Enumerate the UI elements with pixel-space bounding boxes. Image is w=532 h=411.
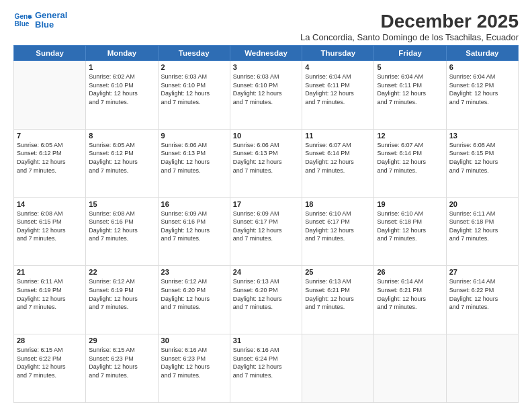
day-info: Sunrise: 6:13 AM Sunset: 6:21 PM Dayligh… <box>305 277 371 311</box>
day-number: 9 <box>161 132 227 140</box>
day-number: 22 <box>89 268 154 276</box>
day-info: Sunrise: 6:04 AM Sunset: 6:11 PM Dayligh… <box>377 73 443 106</box>
day-number: 14 <box>17 200 83 208</box>
day-info: Sunrise: 6:03 AM Sunset: 6:10 PM Dayligh… <box>161 73 227 106</box>
day-number: 26 <box>377 268 443 276</box>
day-number: 24 <box>233 268 299 276</box>
day-info: Sunrise: 6:06 AM Sunset: 6:13 PM Dayligh… <box>161 141 227 175</box>
day-info: Sunrise: 6:09 AM Sunset: 6:17 PM Dayligh… <box>233 210 299 243</box>
day-header-tuesday: Tuesday <box>158 46 230 61</box>
day-number: 23 <box>161 268 227 276</box>
calendar-cell: 10Sunrise: 6:06 AM Sunset: 6:13 PM Dayli… <box>230 129 302 197</box>
day-header-friday: Friday <box>374 46 446 61</box>
day-info: Sunrise: 6:04 AM Sunset: 6:12 PM Dayligh… <box>449 73 515 106</box>
calendar-cell: 20Sunrise: 6:11 AM Sunset: 6:18 PM Dayli… <box>446 197 518 266</box>
calendar-cell: 1Sunrise: 6:02 AM Sunset: 6:10 PM Daylig… <box>86 61 158 130</box>
day-number: 6 <box>449 63 515 71</box>
day-header-saturday: Saturday <box>446 46 518 61</box>
calendar-week-row: 28Sunrise: 6:15 AM Sunset: 6:22 PM Dayli… <box>14 334 519 403</box>
day-header-wednesday: Wednesday <box>230 46 302 61</box>
calendar-week-row: 14Sunrise: 6:08 AM Sunset: 6:15 PM Dayli… <box>14 197 519 266</box>
calendar-cell: 29Sunrise: 6:15 AM Sunset: 6:23 PM Dayli… <box>86 334 158 403</box>
day-number: 2 <box>161 63 227 71</box>
calendar-cell: 11Sunrise: 6:07 AM Sunset: 6:14 PM Dayli… <box>302 129 374 197</box>
day-info: Sunrise: 6:05 AM Sunset: 6:12 PM Dayligh… <box>89 141 154 175</box>
day-number: 27 <box>449 268 515 276</box>
day-info: Sunrise: 6:02 AM Sunset: 6:10 PM Dayligh… <box>89 73 154 106</box>
day-info: Sunrise: 6:16 AM Sunset: 6:24 PM Dayligh… <box>233 346 299 379</box>
day-info: Sunrise: 6:06 AM Sunset: 6:13 PM Dayligh… <box>233 141 299 175</box>
day-info: Sunrise: 6:11 AM Sunset: 6:18 PM Dayligh… <box>449 210 515 243</box>
calendar-cell: 28Sunrise: 6:15 AM Sunset: 6:22 PM Dayli… <box>14 334 86 403</box>
calendar-cell: 18Sunrise: 6:10 AM Sunset: 6:17 PM Dayli… <box>302 197 374 266</box>
day-number: 30 <box>161 336 227 345</box>
day-info: Sunrise: 6:10 AM Sunset: 6:18 PM Dayligh… <box>377 210 443 243</box>
day-number: 4 <box>305 63 371 71</box>
page: General Blue General Blue December 2025 … <box>0 0 532 411</box>
calendar-header-row: SundayMondayTuesdayWednesdayThursdayFrid… <box>14 46 519 61</box>
day-info: Sunrise: 6:08 AM Sunset: 6:15 PM Dayligh… <box>449 141 515 175</box>
calendar-cell: 22Sunrise: 6:12 AM Sunset: 6:19 PM Dayli… <box>86 266 158 334</box>
logo-line1: General <box>35 11 67 20</box>
calendar-cell: 31Sunrise: 6:16 AM Sunset: 6:24 PM Dayli… <box>230 334 302 403</box>
calendar-cell: 21Sunrise: 6:11 AM Sunset: 6:19 PM Dayli… <box>14 266 86 334</box>
day-number: 18 <box>305 200 371 208</box>
day-info: Sunrise: 6:10 AM Sunset: 6:17 PM Dayligh… <box>305 210 371 243</box>
day-info: Sunrise: 6:12 AM Sunset: 6:20 PM Dayligh… <box>161 277 227 311</box>
day-info: Sunrise: 6:05 AM Sunset: 6:12 PM Dayligh… <box>17 141 83 175</box>
day-info: Sunrise: 6:09 AM Sunset: 6:16 PM Dayligh… <box>161 210 227 243</box>
calendar-cell <box>302 334 374 403</box>
calendar-cell: 13Sunrise: 6:08 AM Sunset: 6:15 PM Dayli… <box>446 129 518 197</box>
calendar-week-row: 7Sunrise: 6:05 AM Sunset: 6:12 PM Daylig… <box>14 129 519 197</box>
calendar-cell: 26Sunrise: 6:14 AM Sunset: 6:21 PM Dayli… <box>374 266 446 334</box>
calendar-week-row: 1Sunrise: 6:02 AM Sunset: 6:10 PM Daylig… <box>14 61 519 130</box>
calendar-cell: 8Sunrise: 6:05 AM Sunset: 6:12 PM Daylig… <box>86 129 158 197</box>
subtitle: La Concordia, Santo Domingo de los Tsach… <box>300 32 519 42</box>
calendar-cell: 23Sunrise: 6:12 AM Sunset: 6:20 PM Dayli… <box>158 266 230 334</box>
calendar-cell <box>446 334 518 403</box>
day-number: 12 <box>377 132 443 140</box>
day-info: Sunrise: 6:07 AM Sunset: 6:14 PM Dayligh… <box>305 141 371 175</box>
calendar-cell: 25Sunrise: 6:13 AM Sunset: 6:21 PM Dayli… <box>302 266 374 334</box>
day-number: 17 <box>233 200 299 208</box>
calendar-cell: 5Sunrise: 6:04 AM Sunset: 6:11 PM Daylig… <box>374 61 446 130</box>
calendar-cell: 30Sunrise: 6:16 AM Sunset: 6:23 PM Dayli… <box>158 334 230 403</box>
day-info: Sunrise: 6:16 AM Sunset: 6:23 PM Dayligh… <box>161 346 227 379</box>
logo-line2: Blue <box>35 20 67 30</box>
day-number: 29 <box>89 336 154 345</box>
day-number: 5 <box>377 63 443 71</box>
calendar-cell <box>14 61 86 130</box>
logo: General Blue General Blue <box>13 11 67 30</box>
calendar-cell: 9Sunrise: 6:06 AM Sunset: 6:13 PM Daylig… <box>158 129 230 197</box>
logo-icon: General Blue <box>13 11 32 30</box>
svg-text:Blue: Blue <box>15 20 30 28</box>
day-info: Sunrise: 6:12 AM Sunset: 6:19 PM Dayligh… <box>89 277 154 311</box>
calendar-cell: 15Sunrise: 6:08 AM Sunset: 6:16 PM Dayli… <box>86 197 158 266</box>
day-number: 21 <box>17 268 83 276</box>
day-number: 1 <box>89 63 154 71</box>
calendar-cell: 24Sunrise: 6:13 AM Sunset: 6:20 PM Dayli… <box>230 266 302 334</box>
day-number: 28 <box>17 336 83 345</box>
calendar-cell: 3Sunrise: 6:03 AM Sunset: 6:10 PM Daylig… <box>230 61 302 130</box>
calendar-week-row: 21Sunrise: 6:11 AM Sunset: 6:19 PM Dayli… <box>14 266 519 334</box>
calendar-cell: 19Sunrise: 6:10 AM Sunset: 6:18 PM Dayli… <box>374 197 446 266</box>
day-info: Sunrise: 6:15 AM Sunset: 6:23 PM Dayligh… <box>89 346 154 379</box>
day-number: 15 <box>89 200 154 208</box>
calendar-cell: 14Sunrise: 6:08 AM Sunset: 6:15 PM Dayli… <box>14 197 86 266</box>
day-info: Sunrise: 6:04 AM Sunset: 6:11 PM Dayligh… <box>305 73 371 106</box>
day-number: 7 <box>17 132 83 140</box>
day-number: 16 <box>161 200 227 208</box>
day-info: Sunrise: 6:14 AM Sunset: 6:22 PM Dayligh… <box>449 277 515 311</box>
day-number: 19 <box>377 200 443 208</box>
day-header-thursday: Thursday <box>302 46 374 61</box>
header: General Blue General Blue December 2025 … <box>13 11 519 42</box>
day-header-monday: Monday <box>86 46 158 61</box>
day-info: Sunrise: 6:08 AM Sunset: 6:16 PM Dayligh… <box>89 210 154 243</box>
day-number: 11 <box>305 132 371 140</box>
calendar-cell: 17Sunrise: 6:09 AM Sunset: 6:17 PM Dayli… <box>230 197 302 266</box>
day-info: Sunrise: 6:07 AM Sunset: 6:14 PM Dayligh… <box>377 141 443 175</box>
calendar-cell: 2Sunrise: 6:03 AM Sunset: 6:10 PM Daylig… <box>158 61 230 130</box>
day-number: 20 <box>449 200 515 208</box>
title-block: December 2025 La Concordia, Santo Doming… <box>300 11 519 42</box>
day-number: 31 <box>233 336 299 345</box>
